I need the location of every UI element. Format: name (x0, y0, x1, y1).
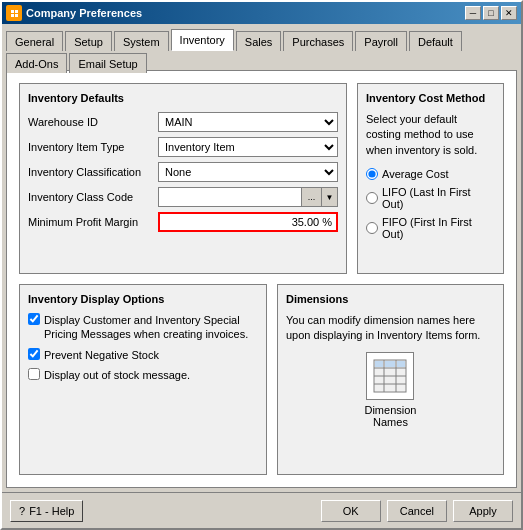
tab-general[interactable]: General (6, 31, 63, 51)
svg-rect-4 (15, 14, 18, 17)
bottom-bar: ? F1 - Help OK Cancel Apply (2, 492, 521, 528)
tab-payroll[interactable]: Payroll (355, 31, 407, 51)
fifo-label: FIFO (First In First Out) (382, 216, 495, 240)
action-buttons: OK Cancel Apply (321, 500, 513, 522)
help-icon: ? (19, 505, 25, 517)
display-options-panel: Inventory Display Options Display Custom… (19, 284, 267, 475)
svg-rect-1 (11, 10, 14, 13)
warehouse-id-select[interactable]: MAIN (158, 112, 338, 132)
customer-pricing-label: Display Customer and Inventory Special P… (44, 313, 258, 342)
class-code-label: Inventory Class Code (28, 191, 158, 203)
inventory-defaults-panel: Inventory Defaults Warehouse ID MAIN Inv… (19, 83, 347, 274)
customer-pricing-checkbox[interactable] (28, 313, 40, 325)
tab-default[interactable]: Default (409, 31, 462, 51)
tab-purchases[interactable]: Purchases (283, 31, 353, 51)
lifo-label: LIFO (Last In First Out) (382, 186, 495, 210)
prevent-negative-checkbox[interactable] (28, 348, 40, 360)
item-type-control: Inventory Item (158, 137, 338, 157)
out-of-stock-checkbox[interactable] (28, 368, 40, 380)
warehouse-id-label: Warehouse ID (28, 116, 158, 128)
inventory-cost-method-panel: Inventory Cost Method Select your defaul… (357, 83, 504, 274)
warehouse-id-row: Warehouse ID MAIN (28, 112, 338, 132)
class-code-row: Inventory Class Code ... ▼ (28, 187, 338, 207)
cost-method-radio-group: Average Cost LIFO (Last In First Out) FI… (366, 168, 495, 240)
title-bar: Company Preferences ─ □ ✕ (2, 2, 521, 24)
dimension-area: DimensionNames (286, 352, 495, 428)
dimensions-panel: Dimensions You can modify dimension name… (277, 284, 504, 475)
tab-inventory[interactable]: Inventory (171, 29, 234, 51)
svg-rect-12 (385, 361, 395, 367)
out-of-stock-label: Display out of stock message. (44, 368, 190, 382)
prevent-negative-label: Prevent Negative Stock (44, 348, 159, 362)
title-bar-buttons: ─ □ ✕ (465, 6, 517, 20)
apply-button[interactable]: Apply (453, 500, 513, 522)
cost-method-description: Select your default costing method to us… (366, 112, 495, 158)
window-title: Company Preferences (26, 7, 465, 19)
average-cost-label: Average Cost (382, 168, 448, 180)
minimize-button[interactable]: ─ (465, 6, 481, 20)
cost-method-title: Inventory Cost Method (366, 92, 495, 104)
svg-rect-2 (15, 10, 18, 13)
maximize-button[interactable]: □ (483, 6, 499, 20)
class-code-browse-button[interactable]: ... (302, 187, 322, 207)
item-type-row: Inventory Item Type Inventory Item (28, 137, 338, 157)
fifo-radio[interactable] (366, 222, 378, 234)
lifo-option[interactable]: LIFO (Last In First Out) (366, 186, 495, 210)
item-type-select[interactable]: Inventory Item (158, 137, 338, 157)
help-label: F1 - Help (29, 505, 74, 517)
class-code-dropdown-button[interactable]: ▼ (322, 187, 338, 207)
class-code-input[interactable] (158, 187, 302, 207)
classification-select[interactable]: None (158, 162, 338, 182)
bottom-panels-row: Inventory Display Options Display Custom… (19, 284, 504, 475)
top-panels-row: Inventory Defaults Warehouse ID MAIN Inv… (19, 83, 504, 274)
tab-system[interactable]: System (114, 31, 169, 51)
tab-content: Inventory Defaults Warehouse ID MAIN Inv… (6, 70, 517, 488)
tab-setup[interactable]: Setup (65, 31, 112, 51)
window-icon (6, 5, 22, 21)
classification-control: None (158, 162, 338, 182)
dimension-names-button[interactable] (366, 352, 414, 400)
customer-pricing-checkbox-item[interactable]: Display Customer and Inventory Special P… (28, 313, 258, 342)
tab-addons[interactable]: Add-Ons (6, 53, 67, 73)
main-window: Company Preferences ─ □ ✕ GeneralSetupSy… (0, 0, 523, 530)
close-button[interactable]: ✕ (501, 6, 517, 20)
tabs-container: GeneralSetupSystemInventorySalesPurchase… (2, 24, 521, 70)
ok-button[interactable]: OK (321, 500, 381, 522)
dimensions-title: Dimensions (286, 293, 495, 305)
tab-sales[interactable]: Sales (236, 31, 282, 51)
class-code-control: ... ▼ (158, 187, 338, 207)
cancel-button[interactable]: Cancel (387, 500, 447, 522)
item-type-label: Inventory Item Type (28, 141, 158, 153)
average-cost-radio[interactable] (366, 168, 378, 180)
profit-margin-row: Minimum Profit Margin (28, 212, 338, 232)
profit-margin-control (158, 212, 338, 232)
classification-row: Inventory Classification None (28, 162, 338, 182)
svg-rect-3 (11, 14, 14, 17)
dimensions-description: You can modify dimension names here upon… (286, 313, 495, 344)
classification-label: Inventory Classification (28, 166, 158, 178)
lifo-radio[interactable] (366, 192, 378, 204)
profit-margin-label: Minimum Profit Margin (28, 216, 158, 228)
prevent-negative-checkbox-item[interactable]: Prevent Negative Stock (28, 348, 258, 362)
svg-rect-13 (397, 361, 405, 367)
help-button[interactable]: ? F1 - Help (10, 500, 83, 522)
average-cost-option[interactable]: Average Cost (366, 168, 495, 180)
inventory-defaults-title: Inventory Defaults (28, 92, 338, 104)
warehouse-id-control: MAIN (158, 112, 338, 132)
tab-emailsetup[interactable]: Email Setup (69, 53, 146, 73)
out-of-stock-checkbox-item[interactable]: Display out of stock message. (28, 368, 258, 382)
dimension-names-label: DimensionNames (364, 404, 416, 428)
profit-margin-input[interactable] (158, 212, 338, 232)
display-options-title: Inventory Display Options (28, 293, 258, 305)
fifo-option[interactable]: FIFO (First In First Out) (366, 216, 495, 240)
svg-rect-11 (375, 361, 383, 367)
